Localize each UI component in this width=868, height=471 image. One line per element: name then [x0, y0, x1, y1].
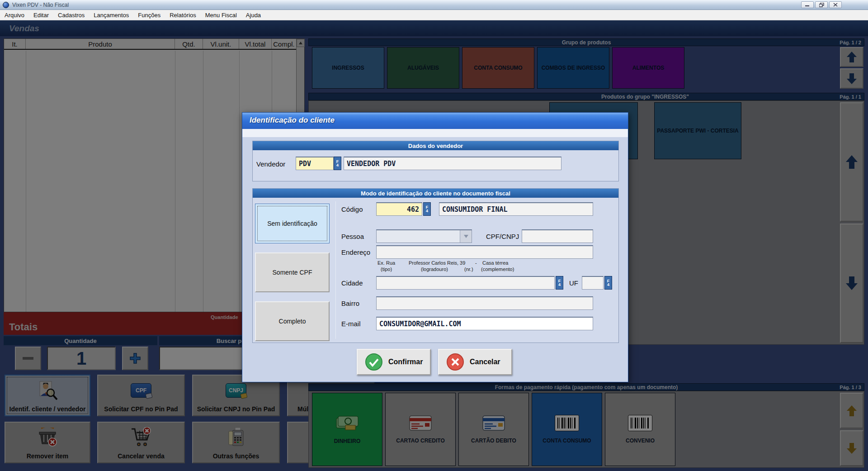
menu-funcoes[interactable]: Funções	[133, 10, 165, 20]
endereco-label: Endereço	[341, 248, 370, 256]
menu-editar[interactable]: Editar	[29, 10, 53, 20]
menu-arquivo[interactable]: Arquivo	[0, 10, 29, 20]
endereco-hint-example: Professor Carlos Reis, 39	[409, 260, 465, 266]
vendor-f4-button[interactable]: F4	[334, 157, 341, 170]
hint-logradouro: (logradouro)	[421, 266, 448, 272]
menu-menu-fiscal[interactable]: Menu Fiscal	[201, 10, 241, 20]
menu-relatorios[interactable]: Relatórios	[165, 10, 201, 20]
menu-cadastros[interactable]: Cadastros	[53, 10, 89, 20]
endereco-hint-compl: Casa térrea	[482, 260, 508, 266]
hint-complemento: (complemento)	[481, 266, 514, 272]
client-identification-dialog: Identificação do cliente Dados do vended…	[242, 112, 628, 382]
minimize-button[interactable]	[801, 1, 814, 8]
endereco-input[interactable]	[376, 245, 593, 259]
vendor-code-input[interactable]: PDV	[296, 157, 334, 170]
uf-input[interactable]	[582, 276, 604, 290]
pessoa-label: Pessoa	[341, 233, 364, 240]
vendor-label: Vendedor	[256, 160, 285, 168]
mode-somente-cpf-button[interactable]: Somente CPF	[255, 252, 330, 292]
confirm-button[interactable]: Confirmar	[357, 349, 431, 375]
bairro-input[interactable]	[376, 296, 593, 310]
pessoa-select[interactable]	[376, 229, 472, 243]
hint-nr: (nr.)	[464, 266, 473, 272]
menu-bar: Arquivo Editar Cadastros Lançamentos Fun…	[0, 10, 868, 20]
codigo-label: Código	[341, 205, 363, 213]
uf-f4-button[interactable]: F4	[604, 276, 612, 290]
cidade-input[interactable]	[376, 276, 555, 290]
codigo-f4-button[interactable]: F4	[423, 202, 431, 216]
hint-tipo: (tipo)	[381, 266, 392, 272]
mode-completo-button[interactable]: Completo	[255, 301, 330, 341]
close-button[interactable]	[829, 1, 842, 8]
cancel-button[interactable]: Cancelar	[438, 349, 512, 375]
confirm-check-icon	[365, 353, 383, 371]
window-title: Vixen PDV - Não Fiscal	[12, 2, 69, 8]
endereco-hint-dash: -	[475, 260, 477, 266]
mode-section-header: Modo de identificação do cliente no docu…	[253, 189, 618, 198]
chevron-down-icon	[460, 230, 472, 243]
app-window: Vixen PDV - Não Fiscal Arquivo Editar Ca…	[0, 0, 868, 471]
vendor-section: Dados do vendedor Vendedor PDV F4 VENDED…	[252, 141, 619, 181]
email-label: E-mail	[341, 320, 361, 328]
client-name-input[interactable]: CONSUMIDOR FINAL	[439, 202, 593, 216]
mode-sem-identificacao-button[interactable]: Sem identificação	[255, 204, 330, 243]
endereco-hint-ex: Ex. Rua	[377, 260, 395, 266]
title-bar: Vixen PDV - Não Fiscal	[0, 0, 868, 10]
menu-lancamentos[interactable]: Lançamentos	[89, 10, 133, 20]
cancel-label: Cancelar	[470, 358, 500, 366]
cpf-cnpj-label: CPF/CNPJ	[486, 233, 519, 240]
email-input[interactable]: CONSUMIDOR@GMAIL.COM	[376, 317, 593, 330]
app-logo-icon	[3, 2, 9, 8]
vendor-name-input[interactable]: VENDEDOR PDV	[344, 157, 561, 170]
cidade-f4-button[interactable]: F4	[556, 276, 563, 290]
identification-mode-section: Modo de identificação do cliente no docu…	[252, 188, 619, 343]
uf-label: UF	[569, 279, 578, 287]
dialog-title: Identificação do cliente	[250, 116, 335, 125]
confirm-label: Confirmar	[388, 358, 423, 366]
cpf-cnpj-input[interactable]	[522, 229, 593, 243]
restore-button[interactable]	[815, 1, 828, 8]
cancel-x-icon	[446, 353, 464, 371]
codigo-input[interactable]: 462	[376, 202, 422, 216]
bairro-label: Bairro	[341, 300, 359, 307]
cidade-label: Cidade	[341, 279, 363, 287]
vendor-section-header: Dados do vendedor	[253, 141, 618, 150]
dialog-title-bar: Identificação do cliente	[242, 113, 628, 129]
menu-ajuda[interactable]: Ajuda	[241, 10, 265, 20]
